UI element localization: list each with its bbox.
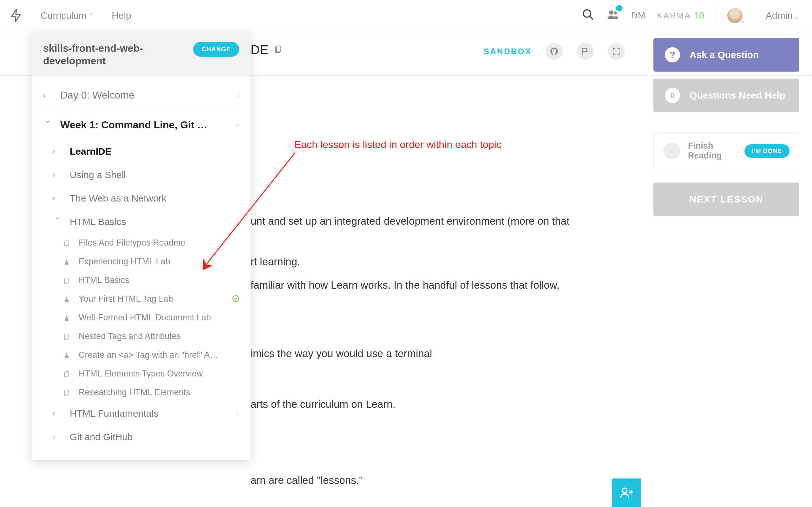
change-track-button[interactable]: CHANGE [193,42,239,57]
divider [716,6,716,25]
svg-line-5 [207,153,295,264]
lesson-label: HTML Elements Types Overview [79,369,203,379]
page-title: DE [251,43,269,57]
section-label: Day 0: Welcome [60,89,135,101]
lesson-item[interactable]: HTML Elements Types Overview [43,364,239,383]
progress-dot [236,124,239,127]
svg-point-3 [614,11,617,14]
lesson-label: HTML Basics [79,275,130,285]
flask-icon [62,257,71,266]
panel-header: skills-front-end-web-development CHANGE [32,32,251,77]
github-icon [550,47,559,56]
body-text: arts of the curriculum on Learn. [251,396,396,413]
ask-question-button[interactable]: ? Ask a Question [653,38,799,72]
ask-label: Ask a Question [690,49,759,60]
search-button[interactable] [582,8,595,23]
chevron-right-icon: › [53,194,62,203]
chevron-right-icon: › [53,171,62,179]
logo[interactable] [0,0,32,32]
section-week1[interactable]: › Week 1: Command Line, Git … [43,110,239,140]
chevron-right-icon: › [53,409,62,418]
topbar-right: DM KARMA 10 ⌄ Admin ⌄ [582,6,799,25]
topbar: Curriculum ⌃ Help DM KARMA 10 ⌄ Admin ⌄ [0,0,812,32]
lesson-label: Experiencing HTML Lab [79,257,170,267]
lesson-label: Create an <a> Tag with an "href" A… [79,350,218,360]
chevron-right-icon: › [53,433,62,441]
book-icon [62,239,71,247]
lesson-label: Researching HTML Elements [79,388,190,397]
progress-circle [663,142,680,159]
page-title-row: DE [251,43,283,57]
next-lesson-button[interactable]: NEXT LESSON [653,182,799,216]
svg-line-1 [590,16,593,19]
chevron-down-icon: › [53,217,61,227]
track-title: skills-front-end-web-development [43,42,183,67]
sandbox-link[interactable]: SANDBOX [484,47,531,56]
lesson-item[interactable]: HTML Basics [43,271,239,290]
lesson-label: Your First HTML Tag Lab [79,294,173,304]
lesson-item[interactable]: Create an <a> Tag with an "href" A… [43,346,239,364]
book-icon [62,332,71,341]
user-menu[interactable]: ⌄ [727,8,743,23]
chevron-right-icon: › [43,91,53,100]
book-icon [62,276,71,285]
lesson-item[interactable]: Well-Formed HTML Document Lab [43,308,239,327]
dm-link[interactable]: DM [631,10,646,20]
flag-icon [581,47,590,56]
nav-links: Curriculum ⌃ Help [41,10,131,21]
chevron-up-icon: ⌃ [89,12,94,19]
help-label: Questions Need Help [690,90,785,101]
lesson-label: Files And Filetypes Readme [79,238,185,248]
karma-label: KARMA [657,11,691,20]
chevron-right-icon: › [53,147,62,156]
lesson-item[interactable]: Your First HTML Tag Lab [43,290,239,308]
lesson-item[interactable]: Nested Tags and Attributes [43,327,239,346]
topic-git-github[interactable]: › Git and GitHub [43,425,239,449]
questions-need-help-button[interactable]: 0 Questions Need Help [653,78,799,112]
notification-dot [616,5,622,11]
topic-html-fundamentals[interactable]: › HTML Fundamentals [43,402,239,425]
topic-label: Git and GitHub [70,432,133,442]
im-done-button[interactable]: I'M DONE [745,144,790,158]
lesson-item[interactable]: Researching HTML Elements [43,383,239,402]
nav-curriculum-label: Curriculum [41,10,87,21]
body-text: familiar with how Learn works. In the ha… [251,277,560,294]
section-day0[interactable]: › Day 0: Welcome [43,80,239,110]
community-button[interactable] [606,8,620,23]
karma-display[interactable]: KARMA 10 [657,10,704,20]
lesson-label: Well-Formed HTML Document Lab [79,313,211,323]
admin-link[interactable]: Admin ⌄ [766,10,799,21]
book-icon [62,370,71,378]
nav-curriculum[interactable]: Curriculum ⌃ [41,10,94,21]
search-icon [582,8,595,21]
svg-point-2 [609,10,613,14]
nav-help-label: Help [112,10,131,21]
svg-point-6 [622,488,627,493]
admin-label: Admin [766,10,793,21]
expand-button[interactable] [608,43,625,60]
progress-dot [236,94,239,97]
divider [754,6,754,25]
lesson-actions: SANDBOX [484,43,625,60]
topic-label: HTML Fundamentals [70,408,158,419]
finish-reading-card: Finish Reading I'M DONE [653,132,799,169]
flask-icon [62,351,71,360]
flask-icon [62,295,71,303]
flag-button[interactable] [577,43,594,60]
question-icon: ? [665,47,680,62]
chat-button[interactable] [612,478,641,507]
topic-label: The Web as a Network [70,193,166,204]
progress-dot [236,412,239,415]
github-button[interactable] [546,43,563,60]
check-icon [232,294,239,304]
book-icon [274,44,283,55]
finish-text: Finish Reading [688,141,737,161]
flatiron-logo-icon [8,8,23,23]
karma-value: 10 [694,10,704,20]
body-text: arn are called "lessons." [251,472,363,489]
nav-help[interactable]: Help [112,10,131,21]
chevron-down-icon: ⌄ [740,18,745,24]
expand-icon [612,47,621,56]
annotation-arrow [203,147,305,273]
book-icon [62,388,71,397]
